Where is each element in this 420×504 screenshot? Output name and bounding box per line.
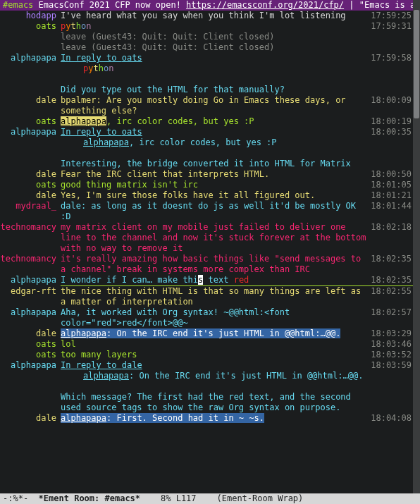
timestamp: 18:00:50 [369,169,413,180]
chat-row: hodappI've heard what you say when you t… [0,11,413,21]
timestamp [369,392,413,413]
chat-row: alphapapaAha, it worked with Org syntax!… [0,307,413,328]
chat-row: oatsalphapapa, irc color codes, but yes … [0,116,413,127]
message-body: In reply to oats [61,127,369,137]
chat-row: alphapapaI wonder if I can… make this te… [0,275,413,285]
message-body: good thing matrix isn't irc [61,180,369,190]
timestamp: 18:03:29 [369,328,413,339]
chat-row: alphapapaIn reply to dale18:03:59 [0,360,413,371]
chat-row: Interesting, the bridge converted it int… [0,159,413,169]
timestamp [369,32,413,42]
nick[interactable]: technomancy [1,254,56,264]
nick[interactable]: dale [36,190,56,200]
message-body: leave (Guest43: Quit: Quit: Client close… [61,32,369,42]
chat-row: leave (Guest43: Quit: Quit: Client close… [0,32,413,42]
scrollbar[interactable] [413,0,420,493]
message-body: leave (Guest43: Quit: Quit: Client close… [61,42,369,53]
mention-link[interactable]: alphapapa [83,137,129,147]
timestamp: 18:03:52 [369,350,413,360]
chat-row: daleFear the IRC client that interprets … [0,169,413,180]
timestamp [369,159,413,169]
timestamp: 18:00:35 [369,127,413,137]
mention-link[interactable]: In reply to [61,360,122,370]
message-body: In reply to dale [61,360,369,371]
message-body: Yes, I'm sure those folks have it all fi… [61,190,369,201]
message-body: too many layers [61,350,369,360]
timestamp [369,371,413,381]
message-body: alphapapa: On the IRC end it's just HTML… [61,371,369,381]
nick[interactable]: dale [36,169,56,179]
nick[interactable]: oats [36,350,56,359]
nick[interactable]: dale [36,413,56,423]
nick[interactable]: oats [36,180,56,190]
nick[interactable]: dale [36,95,56,105]
message-body: In reply to oats [61,53,369,63]
message-body: lol [61,339,369,350]
timestamp: 18:02:18 [369,222,413,254]
nick[interactable]: technomancy [1,222,56,232]
rainbow-python: python [61,21,91,31]
timestamp: 18:02:55 [369,286,413,307]
message-body: alphapapa: First. Second had it in ~ ~s. [61,413,369,424]
chat-row: alphapapaIn reply to oats18:00:35 [0,127,413,137]
rainbow-python: python [83,63,113,73]
mention-link[interactable]: alphapapa [61,328,106,338]
message-body: alphapapa, irc color codes, but yes :P [61,116,369,127]
mention-link[interactable]: alphapapa [83,371,129,381]
nick[interactable]: dale [36,328,56,338]
nick[interactable]: edgar-rft [11,286,56,296]
timestamp: 18:02:57 [369,307,413,328]
nick[interactable]: alphapapa [11,360,56,370]
message-body: Aha, it worked with Org syntax! ~@@html:… [61,307,369,328]
chat-row: dalebpalmer: Are you mostly doing Go in … [0,95,413,116]
chat-row: mydraal_dale: as long as it doesnt do js… [0,201,413,222]
nick[interactable]: alphapapa [11,53,56,63]
timestamp: 18:03:59 [369,360,413,371]
nick[interactable]: oats [36,339,56,349]
mention-link[interactable]: In reply to [61,127,122,137]
topic-link[interactable]: https://emacsconf.org/2021/cfp/ [186,0,344,10]
timestamp: 17:59:25 [369,11,413,21]
message-body: dale: as long as it doesnt do js as well… [61,201,369,222]
scrollbar-thumb[interactable] [414,10,419,118]
chat-row: dalealphapapa: On the IRC end it's just … [0,328,413,339]
message-body: I've heard what you say when you think I… [61,11,369,21]
timestamp: 18:03:46 [369,339,413,350]
chat-row: technomancymy matrix client on my mobile… [0,222,413,254]
nick[interactable]: alphapapa [11,307,56,317]
chat-row: daleYes, I'm sure those folks have it al… [0,190,413,201]
chat-buffer[interactable]: hodappI've heard what you say when you t… [0,11,413,493]
mention-link[interactable]: In reply to [61,53,122,63]
chat-row: technomancyit's really amazing how basic… [0,254,413,275]
message-body: the nice thing with HTML is that so many… [61,286,369,307]
timestamp: 18:00:19 [369,116,413,127]
chat-row: Did you type out the HTML for that manua… [0,85,413,95]
chat-row: oatspython17:59:31 [0,21,413,32]
timestamp: 18:02:35 [369,275,413,285]
channel-topic: #emacs EmacsConf 2021 CFP now open! http… [0,0,420,11]
timestamp [369,63,413,74]
message-body: python [61,21,369,32]
timestamp [369,137,413,148]
message-body: Interesting, the bridge converted it int… [61,159,369,169]
mention-link[interactable]: oats [122,53,142,63]
nick[interactable]: hodapp [26,11,56,20]
message-body: python [61,63,369,74]
message-body: I wonder if I can… make this text red [61,275,369,285]
mention-link[interactable]: alphapapa [61,116,106,126]
message-body: Which message? The first had the red tex… [61,392,369,413]
mention-link[interactable]: oats [122,127,142,137]
nick[interactable]: alphapapa [11,127,56,137]
timestamp: 18:01:05 [369,180,413,190]
mention-link[interactable]: alphapapa [61,413,106,423]
nick[interactable]: alphapapa [11,275,56,285]
nick[interactable]: mydraal_ [16,201,56,211]
nick[interactable]: oats [36,116,56,126]
nick[interactable]: oats [36,21,56,31]
channel-name: #emacs [3,0,33,10]
mention-link[interactable]: dale [122,360,142,370]
message-body: my matrix client on my mobile just faile… [61,222,369,254]
chat-row: oatstoo many layers18:03:52 [0,350,413,360]
chat-row: Which message? The first had the red tex… [0,392,413,413]
modeline: -:%*- *Ement Room: #emacs* 8% L117 (Emen… [0,493,420,504]
